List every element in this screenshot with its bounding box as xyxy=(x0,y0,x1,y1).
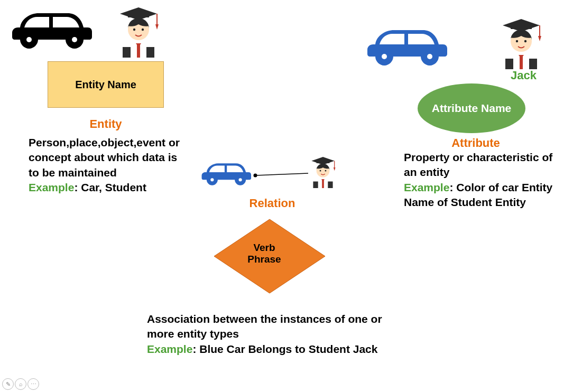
svg-line-24 xyxy=(255,173,308,175)
entity-example-value: : Car, Student xyxy=(74,181,146,193)
relation-example-label: Example xyxy=(147,343,192,355)
student-small-icon xyxy=(307,153,339,192)
student-icon-right xyxy=(495,14,548,74)
entity-desc-text: Person,place,object,event or concept abo… xyxy=(29,136,180,179)
relation-shape: Verb Phrase xyxy=(211,217,317,291)
footer-tools: ✎ ⌕ ⋯ xyxy=(2,378,39,390)
blue-car-small-icon xyxy=(200,158,253,188)
relation-title: Relation xyxy=(243,197,301,210)
relation-example-value: : Blue Car Belongs to Student Jack xyxy=(192,343,377,355)
svg-rect-18 xyxy=(511,25,532,29)
svg-point-13 xyxy=(427,54,432,59)
svg-point-25 xyxy=(254,174,257,178)
attribute-description: Property or characteristic of an entity … xyxy=(404,150,568,210)
svg-point-6 xyxy=(133,29,135,31)
relation-line xyxy=(253,170,311,183)
svg-point-16 xyxy=(516,40,518,42)
svg-point-21 xyxy=(210,178,214,181)
svg-point-3 xyxy=(72,37,77,42)
attribute-title: Attribute xyxy=(444,136,507,150)
attribute-person-name: Jack xyxy=(511,69,537,82)
relation-desc-text: Association between the instances of one… xyxy=(147,313,382,340)
student-icon xyxy=(112,2,165,62)
svg-rect-30 xyxy=(317,161,330,163)
diamond-label: Verb Phrase xyxy=(238,242,291,265)
svg-point-23 xyxy=(239,178,242,181)
svg-point-7 xyxy=(142,29,144,31)
attribute-example-label: Example xyxy=(404,181,449,193)
attribute-oval-label: Attribute Name xyxy=(432,101,512,115)
entity-box-label: Entity Name xyxy=(75,79,136,91)
svg-rect-8 xyxy=(128,13,149,17)
svg-point-17 xyxy=(524,40,526,42)
svg-point-11 xyxy=(382,54,387,59)
entity-shape: Entity Name xyxy=(48,61,164,108)
entity-example-label: Example xyxy=(29,181,74,193)
tool-icon-1[interactable]: ✎ xyxy=(2,378,14,390)
attribute-desc-text: Property or characteristic of an entity xyxy=(404,151,552,178)
zoom-icon[interactable]: ⌕ xyxy=(15,378,26,390)
entity-description: Person,place,object,event or concept abo… xyxy=(29,135,187,195)
svg-point-28 xyxy=(320,170,321,172)
more-icon[interactable]: ⋯ xyxy=(27,378,39,390)
svg-point-1 xyxy=(26,37,32,42)
svg-point-29 xyxy=(325,170,327,172)
entity-title: Entity xyxy=(79,117,132,131)
attribute-shape: Attribute Name xyxy=(418,83,525,133)
black-car-icon xyxy=(10,5,94,52)
blue-car-icon xyxy=(365,22,449,69)
relation-description: Association between the instances of one… xyxy=(147,312,401,357)
